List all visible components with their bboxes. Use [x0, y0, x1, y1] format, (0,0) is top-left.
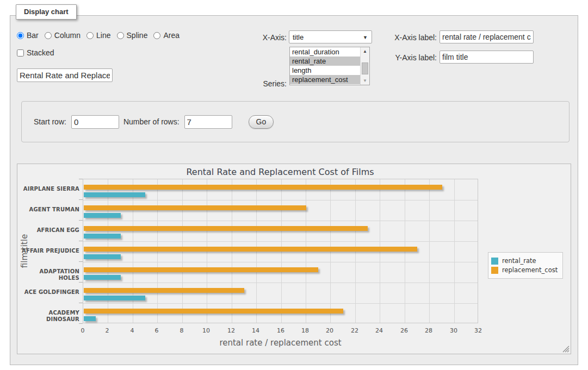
radio-spline[interactable] — [117, 32, 124, 39]
chart-title-input[interactable] — [17, 68, 113, 82]
chart-title: Rental Rate and Replacement Cost of Film… — [17, 167, 543, 177]
legend-label: replacement_cost — [502, 266, 558, 274]
x-tick-label: 6 — [148, 327, 165, 334]
x-tick-label: 4 — [124, 327, 140, 334]
x-tick-label: 8 — [174, 327, 190, 334]
page: Display chart BarColumnLineSplineArea St… — [0, 0, 588, 370]
x-axis-selected-value: title — [293, 33, 304, 41]
y-tick-label: AFFAIR PREJUDICE — [18, 248, 79, 254]
radio-line[interactable] — [86, 32, 94, 39]
bar-replacement_cost — [84, 185, 442, 190]
y-tick-label: ACE GOLDFINGER — [18, 289, 79, 296]
bar-replacement_cost — [84, 205, 306, 210]
scroll-up-icon[interactable]: ▲ — [361, 47, 369, 55]
x-axis-label-field-label: X-Axis label: — [390, 33, 437, 42]
x-axis-select-label: X-Axis: — [247, 33, 287, 42]
radio-column[interactable] — [45, 32, 52, 39]
chart-type-radio-group: BarColumnLineSplineArea — [17, 31, 185, 40]
y-tick-label: AIRPLANE SIERRA — [18, 186, 79, 192]
legend-label: rental_rate — [502, 257, 536, 265]
gridline-horizontal — [83, 262, 478, 262]
x-tick-label: 22 — [346, 327, 363, 334]
bar-replacement_cost — [84, 226, 368, 231]
chart-type-option-bar[interactable]: Bar — [17, 31, 39, 40]
legend-row-replacement_cost: replacement_cost — [491, 266, 558, 274]
x-tick-label: 12 — [223, 327, 239, 334]
y-tick-mark — [79, 179, 83, 179]
y-tick-label: AGENT TRUMAN — [18, 206, 79, 213]
number-of-rows-input[interactable] — [184, 115, 232, 129]
start-row-label: Start row: — [34, 117, 66, 126]
legend-swatch — [491, 267, 498, 274]
series-option-length[interactable]: length — [290, 66, 360, 75]
scroll-down-icon[interactable]: ▼ — [361, 77, 369, 85]
display-chart-panel: Display chart BarColumnLineSplineArea St… — [10, 15, 578, 365]
x-axis-label-input[interactable] — [440, 30, 534, 43]
row-controls-box: Start row: Number of rows: Go — [21, 101, 570, 142]
series-option-replacement_cost[interactable]: replacement_cost — [290, 75, 360, 84]
chart-legend: rental_ratereplacement_cost — [488, 252, 563, 279]
series-listbox[interactable]: rental_durationrental_ratelengthreplacem… — [289, 47, 370, 85]
y-tick-mark — [79, 241, 83, 241]
y-tick-mark — [79, 303, 83, 303]
bar-replacement_cost — [84, 309, 343, 313]
bar-rental_rate — [84, 213, 121, 218]
x-tick-label: 18 — [297, 327, 313, 334]
y-tick-mark — [79, 323, 83, 324]
y-tick-mark — [79, 199, 83, 200]
x-tick-label: 26 — [396, 327, 412, 334]
x-tick-label: 24 — [371, 327, 387, 334]
chart-type-option-line[interactable]: Line — [86, 31, 110, 40]
series-scrollbar[interactable]: ▲ ▼ — [360, 47, 369, 85]
chart-type-option-spline[interactable]: Spline — [117, 31, 148, 40]
chart-container: Rental Rate and Replacement Cost of Film… — [17, 164, 571, 354]
chart-x-axis-label: rental rate / replacement cost — [83, 338, 478, 348]
y-axis-label-input[interactable] — [440, 51, 534, 64]
go-button[interactable]: Go — [249, 115, 274, 129]
chevron-down-icon: ▼ — [363, 35, 368, 40]
series-option-rental_rate[interactable]: rental_rate — [290, 57, 360, 66]
plot-area — [83, 179, 478, 323]
gridline-horizontal — [83, 241, 478, 242]
chart-type-option-area[interactable]: Area — [153, 31, 180, 40]
number-of-rows-label: Number of rows: — [123, 117, 180, 126]
x-tick-label: 2 — [99, 327, 115, 334]
chart-type-option-column[interactable]: Column — [45, 31, 81, 40]
legend-row-rental_rate: rental_rate — [491, 257, 558, 265]
y-tick-mark — [79, 220, 83, 221]
bar-rental_rate — [84, 275, 121, 280]
start-row-input[interactable] — [71, 115, 119, 129]
stacked-checkbox[interactable] — [17, 49, 24, 57]
gridline-vertical — [429, 179, 430, 323]
bar-rental_rate — [84, 316, 96, 321]
bar-rental_rate — [84, 254, 121, 259]
scrollbar-thumb[interactable] — [362, 62, 368, 74]
series-select-label: Series: — [247, 79, 287, 88]
y-tick-label: ADAPTATION HOLES — [18, 268, 79, 281]
series-option-rental_duration[interactable]: rental_duration — [290, 47, 360, 57]
y-tick-label: AFRICAN EGG — [18, 227, 79, 234]
bar-replacement_cost — [84, 267, 318, 272]
bar-rental_rate — [84, 296, 145, 300]
y-tick-label: ACADEMY DINOSAUR — [18, 310, 79, 323]
x-tick-label: 28 — [420, 327, 437, 334]
x-axis-select[interactable]: title ▼ — [289, 30, 372, 43]
bar-replacement_cost — [84, 247, 417, 252]
bar-replacement_cost — [84, 288, 244, 293]
x-tick-label: 16 — [273, 327, 289, 334]
y-axis-label-field-label: Y-Axis label: — [390, 53, 437, 62]
gridline-vertical — [454, 179, 455, 323]
resize-handle-icon[interactable] — [562, 346, 570, 353]
legend-swatch — [491, 258, 498, 265]
bar-rental_rate — [84, 234, 121, 239]
radio-area[interactable] — [153, 32, 160, 39]
gridline-horizontal — [83, 303, 478, 304]
radio-bar[interactable] — [17, 32, 24, 39]
x-tick-label: 20 — [321, 327, 338, 334]
x-tick-label: 0 — [75, 327, 91, 334]
x-tick-label: 14 — [247, 327, 264, 334]
stacked-label: Stacked — [27, 48, 54, 57]
gridline-horizontal — [83, 200, 478, 200]
stacked-row: Stacked — [17, 48, 54, 57]
x-tick-label: 32 — [470, 327, 486, 334]
